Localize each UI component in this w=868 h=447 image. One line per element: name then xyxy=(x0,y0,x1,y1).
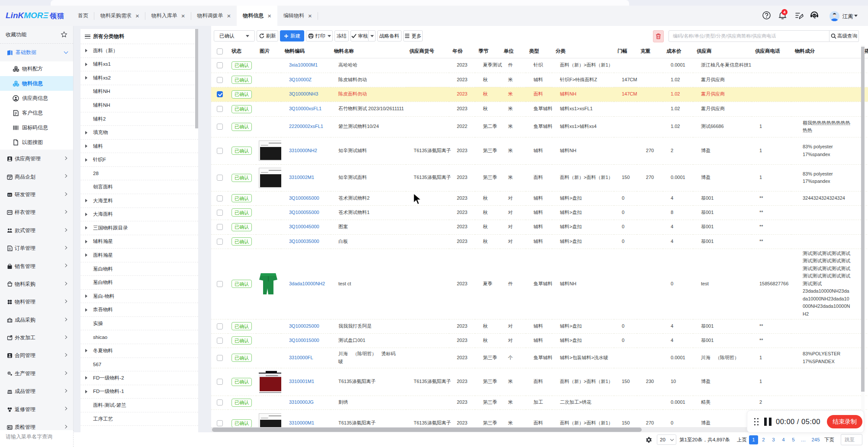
svg-text:CC: CC xyxy=(8,194,12,196)
